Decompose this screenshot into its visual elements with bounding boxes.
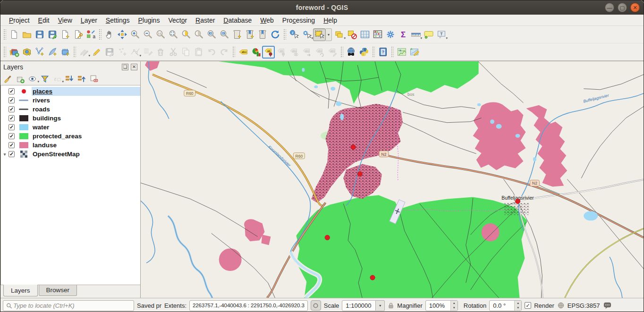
panel-close-icon[interactable]: ✕ <box>131 64 137 70</box>
lock-icon[interactable] <box>388 302 394 309</box>
toolbar-grip[interactable] <box>98 28 102 41</box>
toggle-editing-button[interactable] <box>90 46 103 59</box>
toolbar-grip[interactable] <box>3 28 6 41</box>
open-project-button[interactable] <box>20 28 33 41</box>
refresh-map-button[interactable] <box>269 28 281 41</box>
open-attribute-table-button[interactable] <box>358 28 371 41</box>
menu-web[interactable]: Web <box>256 16 278 25</box>
magnifier-up-arrow[interactable]: ▲ <box>451 301 458 306</box>
locator-input[interactable] <box>12 302 131 310</box>
new-shapefile-layer-button[interactable] <box>33 46 46 59</box>
locator-box[interactable] <box>3 300 134 311</box>
layer-visibility-checkbox[interactable]: ✓ <box>8 115 15 121</box>
menu-processing[interactable]: Processing <box>279 16 319 25</box>
toolbar-grip[interactable] <box>283 28 286 41</box>
zoom-in-button[interactable] <box>128 28 141 41</box>
toolbar-grip[interactable] <box>390 46 394 58</box>
layer-item-buildings[interactable]: ✓buildings <box>1 114 140 123</box>
tab-browser[interactable]: Browser <box>39 285 77 296</box>
pan-to-selection-button[interactable] <box>116 28 128 41</box>
minimize-button[interactable]: — <box>605 3 614 12</box>
layer-item-places[interactable]: ✓places <box>1 87 140 96</box>
layer-item-roads[interactable]: ✓roads <box>1 105 140 114</box>
select-features-dropdown[interactable]: ▼ <box>326 28 332 41</box>
select-features-by-value-button[interactable]: ▾ <box>333 28 346 41</box>
new-print-layout-button[interactable] <box>59 28 71 41</box>
magnifier-spinbox[interactable]: 100% ▲▼ <box>425 300 458 311</box>
extents-toggle-button[interactable] <box>311 300 321 311</box>
menu-project[interactable]: Project <box>5 16 34 25</box>
new-spatialite-layer-button[interactable] <box>46 46 59 59</box>
metasearch-button[interactable] <box>345 46 357 59</box>
show-bookmarks-button[interactable] <box>243 28 256 41</box>
menu-layer[interactable]: Layer <box>77 16 101 25</box>
show-layout-manager-button[interactable] <box>71 28 84 41</box>
menu-edit[interactable]: Edit <box>34 16 53 25</box>
open-layer-styling-button[interactable] <box>2 73 14 84</box>
style-manager-button[interactable]: a <box>84 28 97 41</box>
toolbar-grip[interactable] <box>232 46 235 58</box>
osm-place-search-button[interactable] <box>395 46 408 59</box>
layer-visibility-checkbox[interactable]: ✓ <box>8 142 15 148</box>
scale-combo[interactable]: 1:100000 <box>342 300 376 311</box>
menu-raster[interactable]: Raster <box>192 16 219 25</box>
layer-expander-icon[interactable]: ▾ <box>1 152 8 157</box>
manage-map-themes-button[interactable]: ▾ <box>27 73 38 84</box>
filter-legend-button[interactable] <box>39 73 51 84</box>
osm-tools-button[interactable] <box>408 46 421 59</box>
crs-globe-icon[interactable] <box>557 302 565 309</box>
new-geopackage-layer-button[interactable] <box>20 46 33 59</box>
layer-visibility-checkbox[interactable]: ✓ <box>8 151 15 157</box>
zoom-next-button[interactable] <box>218 28 230 41</box>
add-group-button[interactable] <box>15 73 26 84</box>
remove-layer-group-button[interactable] <box>88 73 100 84</box>
layer-visibility-checkbox[interactable]: ✓ <box>8 133 15 139</box>
layer-item-landuse[interactable]: ✓landuse <box>1 141 140 150</box>
zoom-last-button[interactable] <box>205 28 218 41</box>
menu-settings[interactable]: Settings <box>102 16 134 25</box>
zoom-out-button[interactable] <box>141 28 154 41</box>
python-console-button[interactable] <box>357 46 370 59</box>
expand-all-button[interactable] <box>64 73 75 84</box>
maximize-button[interactable]: ▢ <box>618 3 627 12</box>
help-contents-button[interactable]: ? <box>376 46 389 59</box>
statistical-summary-button[interactable]: Σ <box>397 28 409 41</box>
measure-line-button[interactable]: ▾ <box>409 28 422 41</box>
layer-visibility-checkbox[interactable]: ✓ <box>8 106 15 112</box>
menu-plugins[interactable]: Plugins <box>134 16 163 25</box>
rotation-down-arrow[interactable]: ▼ <box>515 305 521 311</box>
panel-float-icon[interactable]: ❏ <box>122 64 128 70</box>
layer-item-water[interactable]: ✓water <box>1 123 140 132</box>
zoom-to-layer-button[interactable] <box>192 28 205 41</box>
menu-view[interactable]: View <box>54 16 76 25</box>
toolbar-grip[interactable] <box>340 46 343 58</box>
toolbar-grip[interactable] <box>73 46 76 58</box>
menu-help[interactable]: Help <box>320 16 341 25</box>
layer-item-protected_areas[interactable]: ✓protected_areas <box>1 132 140 141</box>
layer-labeling-options-button[interactable]: abc <box>237 46 249 59</box>
magnifier-down-arrow[interactable]: ▼ <box>451 305 458 311</box>
processing-toolbox-button[interactable] <box>384 28 397 41</box>
new-virtual-layer-button[interactable] <box>59 46 71 59</box>
zoom-native-button[interactable]: 1:1 <box>154 28 167 41</box>
title-bar[interactable]: foreword - QGIS — ▢ ✕ <box>0 0 644 15</box>
tab-layers[interactable]: Layers <box>3 285 38 296</box>
new-project-button[interactable] <box>8 28 20 41</box>
layer-item-rivers[interactable]: ✓rivers <box>1 96 140 105</box>
layer-visibility-checkbox[interactable]: ✓ <box>8 124 15 130</box>
pin-unpin-labels-button[interactable]: ab <box>262 46 275 59</box>
scale-combo-dropdown[interactable]: ▼ <box>376 300 385 311</box>
messages-icon[interactable] <box>603 301 612 310</box>
menu-vector[interactable]: Vector <box>164 16 191 25</box>
layer-visibility-checkbox[interactable]: ✓ <box>8 97 15 103</box>
identify-features-button[interactable]: i <box>288 28 300 41</box>
deselect-features-button[interactable] <box>346 28 358 41</box>
rotation-spinbox[interactable]: 0.0 ° ▲▼ <box>489 300 522 311</box>
save-project-button[interactable] <box>33 28 46 41</box>
map-tips-button[interactable] <box>422 28 435 41</box>
show-bookmark-manager-button[interactable] <box>256 28 269 41</box>
close-button[interactable]: ✕ <box>630 3 640 12</box>
collapse-all-button[interactable] <box>76 73 87 84</box>
new-spatial-bookmark-button[interactable] <box>230 28 243 41</box>
save-project-as-button[interactable] <box>46 28 59 41</box>
